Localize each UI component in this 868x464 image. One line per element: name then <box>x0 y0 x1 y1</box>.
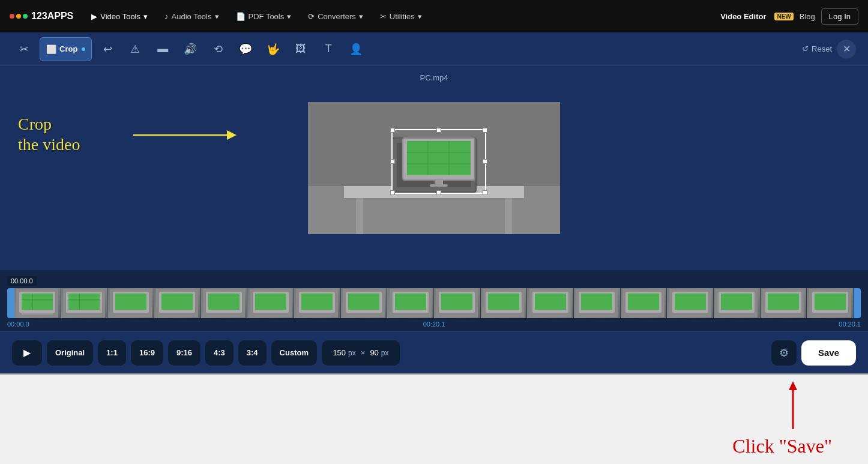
speech-button[interactable]: 💬 <box>234 37 258 61</box>
crop-handle-mr[interactable] <box>483 159 487 164</box>
times-symbol: × <box>361 348 366 357</box>
crop-tool-button[interactable]: ⬜ Crop <box>40 37 92 61</box>
svg-rect-10 <box>407 141 471 175</box>
timeline-frames <box>14 288 854 318</box>
svg-rect-75 <box>815 294 846 310</box>
video-preview <box>308 102 560 234</box>
image-button[interactable]: 🖼 <box>289 37 313 61</box>
crop-box[interactable] <box>391 129 486 194</box>
original-ratio-button[interactable]: Original <box>47 340 93 366</box>
crop-handle-br[interactable] <box>483 190 487 195</box>
svg-rect-54 <box>488 294 519 310</box>
nav-pdf-tools[interactable]: 📄 PDF Tools ▾ <box>230 8 298 25</box>
stabilize-button[interactable]: ⚠ <box>123 37 147 61</box>
ratio-custom-button[interactable]: Custom <box>271 340 317 366</box>
crop-handle-bl[interactable] <box>390 190 395 195</box>
badge-new: NEW <box>774 13 793 20</box>
annotation-arrow <box>126 123 246 147</box>
blog-link[interactable]: Blog <box>800 12 815 21</box>
timeline-time-bar: 00:00.0 <box>0 276 868 286</box>
svg-rect-57 <box>535 294 566 310</box>
svg-rect-21 <box>32 294 33 310</box>
ratio-16-9-button[interactable]: 16:9 <box>131 340 163 366</box>
audio-icon: ♪ <box>164 12 169 21</box>
list-item <box>527 288 574 318</box>
list-item <box>807 288 854 318</box>
svg-rect-26 <box>68 299 100 300</box>
nav-utilities[interactable]: ✂ Utilities ▾ <box>374 8 428 25</box>
reset-icon: ↺ <box>802 44 809 53</box>
ratio-1-1-button[interactable]: 1:1 <box>98 340 126 366</box>
svg-rect-69 <box>721 294 752 310</box>
login-button[interactable]: Log In <box>821 8 858 25</box>
reverse-button[interactable]: ⟲ <box>206 37 230 61</box>
timeline-handle-left[interactable] <box>7 288 14 318</box>
logo-text: 123APPS <box>31 11 73 22</box>
toolbar: ✂ ⬜ Crop ↩ ⚠ ▬ 🔊 ⟲ 💬 🤟 🖼 T 👤 ↺ Reset ✕ <box>0 32 868 66</box>
nav-right: Video Editor NEW Blog Log In <box>720 8 858 25</box>
crop-handle-tm[interactable] <box>436 128 441 133</box>
person-button[interactable]: 👤 <box>344 37 368 61</box>
nav-audio-tools[interactable]: ♪ Audio Tools ▾ <box>158 8 225 25</box>
undo-button[interactable]: ↩ <box>95 37 119 61</box>
crop-handle-tr[interactable] <box>483 128 487 133</box>
bottom-area: Click "Save" <box>0 373 868 464</box>
filename: PC.mp4 <box>420 73 448 82</box>
logo-dot-red <box>10 14 14 19</box>
logo[interactable]: 123APPS <box>10 11 73 22</box>
chevron-down-icon: ▾ <box>418 12 422 21</box>
crop-handle-ml[interactable] <box>390 159 395 164</box>
crop-handle-tl[interactable] <box>390 128 395 133</box>
current-time-badge: 00:00.0 <box>7 276 37 286</box>
list-item <box>107 288 154 318</box>
editor-area: PC.mp4 Cropthe video <box>0 66 868 270</box>
svg-rect-72 <box>768 294 799 310</box>
video-inner <box>308 102 560 234</box>
cut-tool-button[interactable]: ✂ <box>12 37 36 61</box>
monitor-svg <box>400 135 478 188</box>
controls-bar: ▶ Original 1:1 16:9 9:16 4:3 3:4 Custom … <box>0 331 868 373</box>
crop-icon: ⬜ <box>46 44 56 54</box>
effects-button[interactable]: 🤟 <box>261 37 285 61</box>
px-label-height: px <box>381 349 389 357</box>
close-button[interactable]: ✕ <box>837 40 856 59</box>
ratio-9-16-button[interactable]: 9:16 <box>168 340 200 366</box>
svg-rect-6 <box>505 198 512 234</box>
chevron-down-icon: ▾ <box>287 12 291 21</box>
reset-button[interactable]: ↺ Reset <box>802 44 832 53</box>
crop-active-dot <box>82 47 85 51</box>
save-button[interactable]: Save <box>801 340 856 366</box>
nav-converters[interactable]: ⟳ Converters ▾ <box>302 8 369 25</box>
svg-rect-20 <box>22 299 53 300</box>
chevron-down-icon: ▾ <box>215 12 219 21</box>
volume-button[interactable]: 🔊 <box>178 37 202 61</box>
text-button[interactable]: T <box>316 37 340 61</box>
svg-rect-5 <box>356 198 363 234</box>
svg-rect-39 <box>255 294 286 310</box>
click-save-annotation: Click "Save" <box>732 435 832 457</box>
svg-rect-45 <box>348 294 379 310</box>
settings-button[interactable]: ⚙ <box>771 340 797 366</box>
dimension-display[interactable]: 150 px × 90 px <box>322 340 400 366</box>
video-editor-label[interactable]: Video Editor <box>720 12 766 21</box>
width-value: 150 <box>333 348 346 357</box>
crop-handle-bm[interactable] <box>436 190 441 195</box>
svg-rect-63 <box>628 294 659 310</box>
list-item <box>667 288 714 318</box>
svg-marker-1 <box>227 130 237 140</box>
svg-rect-48 <box>395 294 426 310</box>
ratio-4-3-button[interactable]: 4:3 <box>205 340 234 366</box>
list-item <box>247 288 294 318</box>
list-item <box>201 288 248 318</box>
play-button[interactable]: ▶ <box>12 340 42 366</box>
timeline-track[interactable] <box>0 288 868 318</box>
timeline-start-label: 00:00.0 <box>7 321 29 328</box>
logo-dots <box>10 14 28 19</box>
nav-video-tools[interactable]: ▶ Video Tools ▾ <box>85 8 154 25</box>
svg-rect-33 <box>161 294 193 310</box>
timeline-handle-right[interactable] <box>854 288 861 318</box>
toolbar-right: ↺ Reset ✕ <box>802 40 856 59</box>
logo-dot-yellow <box>16 14 21 19</box>
subtitles-button[interactable]: ▬ <box>151 37 175 61</box>
ratio-3-4-button[interactable]: 3:4 <box>238 340 267 366</box>
